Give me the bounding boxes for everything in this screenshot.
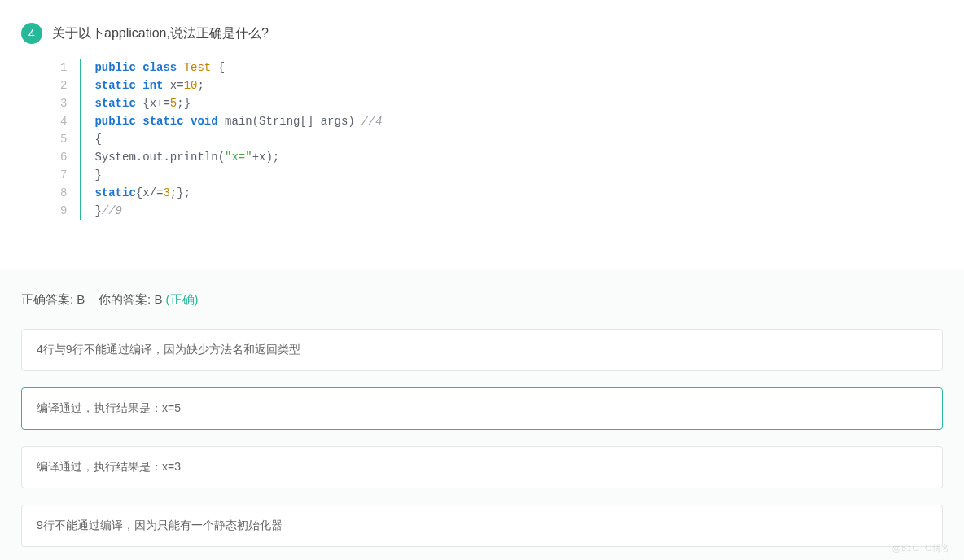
option-card[interactable]: 9行不能通过编译，因为只能有一个静态初始化器 [21, 505, 943, 547]
line-number: 3 [60, 94, 67, 112]
line-number: 4 [60, 112, 67, 130]
code-lines: public class Test { static int x=10; sta… [81, 59, 382, 220]
question-title: 关于以下application,说法正确是什么? [52, 25, 269, 42]
code-line: } [94, 166, 382, 184]
line-number: 9 [60, 202, 67, 220]
code-line: }//9 [94, 202, 382, 220]
code-block: 123456789 public class Test { static int… [60, 59, 943, 220]
options-list: 4行与9行不能通过编译，因为缺少方法名和返回类型编译通过，执行结果是：x=5编译… [21, 329, 943, 547]
code-line: public class Test { [94, 59, 382, 77]
code-line: System.out.println("x="+x); [94, 148, 382, 166]
your-answer-value: B [154, 292, 162, 306]
option-card[interactable]: 编译通过，执行结果是：x=3 [21, 446, 943, 488]
line-number: 5 [60, 130, 67, 148]
code-gutter: 123456789 [60, 59, 81, 220]
line-number: 7 [60, 166, 67, 184]
watermark: @51CTO博客 [892, 542, 951, 554]
question-section: 4 关于以下application,说法正确是什么? 123456789 pub… [0, 0, 964, 269]
line-number: 2 [60, 77, 67, 94]
answer-summary: 正确答案: B 你的答案: B (正确) [21, 292, 943, 308]
option-card[interactable]: 编译通过，执行结果是：x=5 [21, 387, 943, 430]
line-number: 6 [60, 148, 67, 166]
answer-status: (正确) [166, 292, 199, 306]
correct-answer-label: 正确答案: [21, 292, 77, 306]
correct-answer-value: B [77, 292, 85, 306]
line-number: 1 [60, 59, 67, 77]
answer-section: 正确答案: B 你的答案: B (正确) 4行与9行不能通过编译，因为缺少方法名… [0, 269, 964, 560]
code-line: { [94, 130, 382, 148]
code-line: static{x/=3;}; [94, 184, 382, 202]
option-card[interactable]: 4行与9行不能通过编译，因为缺少方法名和返回类型 [21, 329, 943, 371]
code-line: public static void main(String[] args) /… [94, 112, 382, 130]
code-line: static {x+=5;} [94, 94, 382, 112]
question-number-badge: 4 [21, 23, 42, 44]
question-header: 4 关于以下application,说法正确是什么? [21, 23, 943, 44]
code-line: static int x=10; [94, 77, 382, 94]
line-number: 8 [60, 184, 67, 202]
your-answer-label: 你的答案: [99, 292, 154, 306]
